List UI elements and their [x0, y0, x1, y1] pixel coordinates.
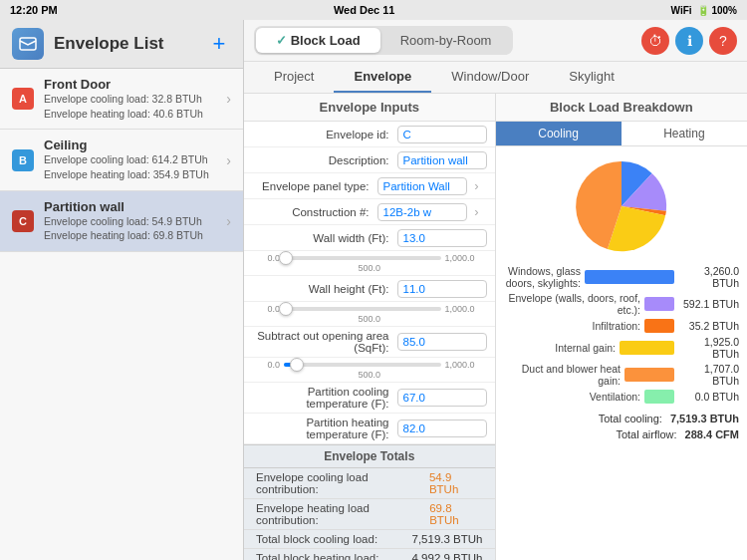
breakdown-value-0: 3,260.0 BTUh — [674, 265, 739, 289]
breakdown-label-0: Windows, glass doors, skylights: — [504, 265, 586, 289]
construction-value[interactable]: 12B-2b w — [377, 203, 467, 221]
tab-cooling[interactable]: Cooling — [496, 122, 622, 145]
opening-area-value[interactable]: 85.0 — [397, 333, 487, 351]
partition-cooling-value[interactable]: 67.0 — [397, 389, 487, 407]
breakdown-label-2: Infiltration: — [504, 320, 645, 332]
wifi-icon: WiFi — [671, 5, 692, 16]
partition-heating-label: Partition heating temperature (F): — [252, 417, 397, 440]
info-icon-button[interactable]: ℹ — [675, 27, 703, 55]
item-text-b: Ceiling Envelope cooling load: 614.2 BTU… — [44, 138, 216, 181]
sidebar-title: Envelope List — [54, 34, 197, 54]
opening-area-label: Subtract out opening area (SqFt): — [252, 330, 397, 354]
breakdown-row-4: Duct and blower heat gain: 1,707.0 BTUh — [504, 363, 740, 387]
pie-chart — [557, 156, 686, 256]
main-content: Block Load Room-by-Room ⏱ ℹ ? Project En… — [244, 20, 747, 560]
opening-slider-track[interactable] — [284, 363, 441, 367]
envelope-totals: Envelope Totals Envelope cooling load co… — [244, 444, 495, 560]
item-icon-a: A — [12, 88, 34, 110]
width-slider-track[interactable] — [284, 256, 441, 260]
opening-slider-max: 1,000.0 — [445, 360, 487, 370]
breakdown-row-2: Infiltration: 35.2 BTUh — [504, 319, 740, 333]
chevron-icon-a: › — [226, 91, 231, 107]
breakdown-total-airflow: Total airflow: 288.4 CFM — [496, 426, 748, 442]
envelope-item-a[interactable]: A Front Door Envelope cooling load: 32.8… — [0, 69, 243, 130]
content-area: Envelope Inputs Envelope id: C Descripti… — [244, 94, 747, 560]
breakdown-bar-2 — [644, 319, 674, 333]
cooling-heating-tabs: Cooling Heating — [496, 122, 748, 146]
pie-chart-container — [496, 146, 748, 261]
item-cooling-c: Envelope cooling load: 54.9 BTUh — [44, 214, 216, 229]
sidebar-header: Envelope List + — [0, 20, 243, 69]
clock-icon-button[interactable]: ⏱ — [641, 27, 669, 55]
height-slider-min: 0.0 — [252, 304, 280, 314]
status-date: Wed Dec 11 — [334, 4, 395, 16]
breakdown-bar-5 — [644, 390, 674, 404]
tab-block-load[interactable]: Block Load — [256, 28, 380, 53]
envelope-item-c[interactable]: C Partition wall Envelope cooling load: … — [0, 191, 243, 252]
breakdown-bar-3 — [620, 341, 674, 355]
width-slider-max: 1,000.0 — [445, 253, 487, 263]
breakdown-bar-0 — [585, 270, 674, 284]
partition-heating-row: Partition heating temperature (F): 82.0 — [244, 414, 495, 444]
envelope-item-b[interactable]: B Ceiling Envelope cooling load: 614.2 B… — [0, 130, 243, 190]
opening-slider-row: 0.0 1,000.0 500.0 — [244, 358, 495, 383]
construction-chevron[interactable]: › — [467, 204, 487, 219]
nav-tab-group: Block Load Room-by-Room — [254, 26, 513, 55]
status-time: 12:20 PM — [10, 4, 58, 16]
item-heating-a: Envelope heating load: 40.6 BTUh — [44, 107, 216, 122]
tab-room-by-room[interactable]: Room-by-Room — [380, 28, 512, 53]
tab-project[interactable]: Project — [254, 62, 334, 93]
status-icons: WiFi 🔋 100% — [671, 5, 737, 16]
description-value[interactable]: Partition wall — [397, 151, 487, 169]
partition-heating-value[interactable]: 82.0 — [397, 420, 487, 437]
tab-window-door[interactable]: Window/Door — [431, 62, 549, 93]
envelope-inputs-title: Envelope Inputs — [244, 94, 495, 122]
breakdown-row-5: Ventilation: 0.0 BTUh — [504, 390, 740, 404]
breakdown-bar-4 — [624, 368, 674, 382]
add-envelope-button[interactable]: + — [207, 32, 231, 56]
item-text-c: Partition wall Envelope cooling load: 54… — [44, 199, 216, 243]
breakdown-label-5: Ventilation: — [504, 391, 645, 403]
sidebar-icon — [12, 28, 44, 60]
construction-row: Construction #: 12B-2b w › — [244, 199, 495, 225]
partition-cooling-row: Partition cooling temperature (F): 67.0 — [244, 383, 495, 414]
total-block-cooling: Total block cooling load: 7,519.3 BTUh — [244, 530, 495, 549]
total-cooling-contrib: Envelope cooling load contribution: 54.9… — [244, 468, 495, 499]
tab-envelope[interactable]: Envelope — [334, 62, 431, 93]
item-name-c: Partition wall — [44, 199, 216, 214]
item-heating-c: Envelope heating load: 69.8 BTUh — [44, 228, 216, 243]
action-icons: ⏱ ℹ ? — [641, 27, 737, 55]
breakdown-rows: Windows, glass doors, skylights: 3,260.0… — [496, 261, 748, 411]
svg-rect-0 — [20, 38, 36, 50]
sidebar: Envelope List + A Front Door Envelope co… — [0, 20, 244, 560]
wall-width-value[interactable]: 13.0 — [397, 229, 487, 247]
item-cooling-a: Envelope cooling load: 32.8 BTUh — [44, 92, 216, 107]
panel-type-row: Envelope panel type: Partition Wall › — [244, 173, 495, 199]
panel-type-chevron[interactable]: › — [467, 178, 487, 193]
breakdown-value-2: 35.2 BTUh — [674, 320, 739, 332]
height-slider-track[interactable] — [284, 307, 441, 311]
question-icon-button[interactable]: ? — [709, 27, 737, 55]
item-name-a: Front Door — [44, 77, 216, 92]
item-name-b: Ceiling — [44, 138, 216, 152]
tab-skylight[interactable]: Skylight — [549, 62, 634, 93]
construction-label: Construction #: — [252, 206, 377, 218]
envelope-id-row: Envelope id: C — [244, 122, 495, 147]
breakdown-value-5: 0.0 BTUh — [674, 391, 739, 403]
panel-type-label: Envelope panel type: — [252, 180, 377, 192]
wall-height-value[interactable]: 11.0 — [397, 280, 487, 298]
tab-heating[interactable]: Heating — [622, 122, 747, 145]
item-icon-b: B — [12, 149, 34, 171]
opening-slider-min: 0.0 — [252, 360, 280, 370]
status-bar: 12:20 PM Wed Dec 11 WiFi 🔋 100% — [0, 0, 747, 20]
left-panel: Envelope Inputs Envelope id: C Descripti… — [244, 94, 496, 560]
panel-type-value[interactable]: Partition Wall — [377, 177, 467, 195]
envelope-id-value[interactable]: C — [397, 126, 487, 143]
height-slider-row: 0.0 1,000.0 500.0 — [244, 302, 495, 327]
breakdown-value-4: 1,707.0 BTUh — [674, 363, 739, 387]
right-panel: Block Load Breakdown Cooling Heating — [496, 94, 748, 560]
item-cooling-b: Envelope cooling load: 614.2 BTUh — [44, 152, 216, 167]
chevron-icon-b: › — [226, 152, 231, 168]
breakdown-label-4: Duct and blower heat gain: — [504, 363, 625, 387]
item-icon-c: C — [12, 210, 34, 232]
